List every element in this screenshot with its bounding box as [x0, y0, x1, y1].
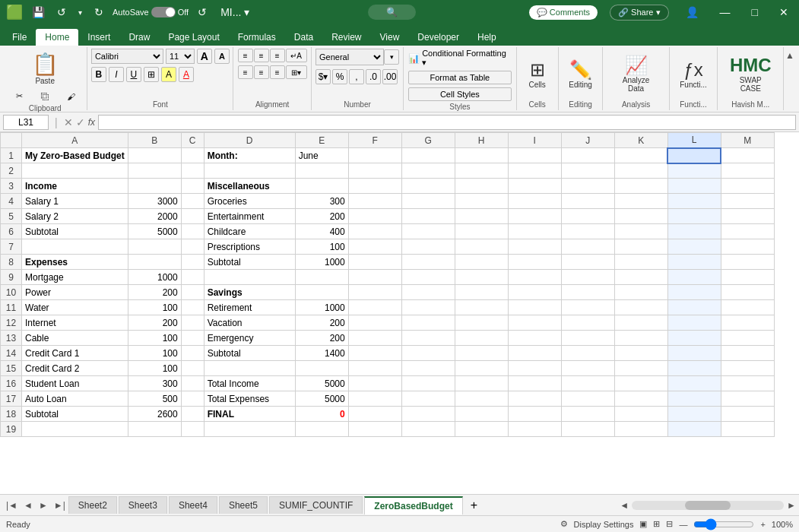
shrink-font-button[interactable]: A — [214, 49, 230, 64]
row-number[interactable]: 17 — [1, 391, 22, 407]
save-icon[interactable]: 💾 — [27, 5, 49, 20]
grid-cell[interactable]: Mortgage — [22, 270, 128, 285]
merge-btn[interactable]: ⊞▾ — [286, 65, 307, 79]
grid-cell[interactable] — [128, 255, 181, 270]
grid-cell[interactable] — [401, 346, 455, 361]
grid-cell[interactable] — [181, 224, 204, 239]
align-mid-left[interactable]: ≡ — [238, 65, 253, 79]
grid-cell[interactable] — [508, 391, 561, 407]
grid-cell[interactable] — [181, 300, 204, 315]
grid-cell[interactable] — [614, 255, 667, 270]
grid-cell[interactable] — [667, 179, 721, 194]
grid-cell[interactable] — [348, 331, 401, 346]
grid-cell[interactable] — [508, 239, 561, 255]
grid-cell[interactable]: FINAL — [204, 407, 295, 422]
grid-cell[interactable] — [455, 407, 508, 422]
align-mid-right[interactable]: ≡ — [270, 65, 285, 79]
grid-cell[interactable] — [204, 422, 295, 437]
grid-cell[interactable] — [508, 376, 561, 391]
sheet-tab-sumif[interactable]: SUMIF_COUNTIF — [269, 496, 363, 514]
col-header-d[interactable]: D — [204, 133, 295, 148]
percent-btn[interactable]: % — [332, 69, 347, 84]
grid-cell[interactable] — [22, 163, 128, 179]
grid-cell[interactable] — [128, 163, 181, 179]
grid-cell[interactable]: 5000 — [295, 391, 348, 407]
col-header-i[interactable]: I — [508, 133, 561, 148]
grid-cell[interactable] — [561, 315, 614, 331]
grid-cell[interactable] — [401, 255, 455, 270]
grid-cell[interactable] — [561, 224, 614, 239]
zoom-out-btn[interactable]: — — [679, 520, 687, 529]
grid-cell[interactable]: Subtotal — [22, 407, 128, 422]
undo-icon[interactable]: ↺ — [52, 5, 71, 20]
grid-cell[interactable] — [455, 315, 508, 331]
grid-cell[interactable]: 200 — [295, 331, 348, 346]
grid-cell[interactable] — [561, 239, 614, 255]
zoom-slider[interactable] — [693, 518, 754, 530]
grid-cell[interactable] — [667, 285, 721, 300]
grid-cell[interactable] — [181, 239, 204, 255]
number-format-select[interactable]: General — [315, 49, 384, 65]
row-number[interactable]: 2 — [1, 163, 22, 179]
grid-cell[interactable] — [721, 194, 774, 209]
fill-color-button[interactable]: A — [161, 67, 176, 82]
grid-cell[interactable] — [455, 285, 508, 300]
grid-cell[interactable] — [561, 209, 614, 224]
grid-cell[interactable] — [667, 194, 721, 209]
tab-formulas[interactable]: Formulas — [229, 29, 285, 46]
scroll-right-btn[interactable]: ► — [787, 500, 796, 511]
grid-cell[interactable] — [721, 407, 774, 422]
grid-cell[interactable] — [348, 376, 401, 391]
sheet-tab-sheet2[interactable]: Sheet2 — [68, 496, 117, 514]
font-name-select[interactable]: Calibri — [91, 49, 163, 64]
grid-cell[interactable]: Prescriptions — [204, 239, 295, 255]
grid-cell[interactable]: Total Income — [204, 376, 295, 391]
grid-cell[interactable] — [721, 224, 774, 239]
grid-cell[interactable] — [401, 407, 455, 422]
grid-cell[interactable] — [401, 285, 455, 300]
grid-cell[interactable]: 200 — [128, 285, 181, 300]
grid-cell[interactable]: 1000 — [295, 300, 348, 315]
grid-cell[interactable] — [348, 224, 401, 239]
grid-cell[interactable]: 2600 — [128, 407, 181, 422]
grid-cell[interactable]: 200 — [128, 315, 181, 331]
grid-cell[interactable] — [614, 163, 667, 179]
grid-cell[interactable]: Credit Card 1 — [22, 346, 128, 361]
refresh-icon[interactable]: ↺ — [193, 5, 211, 20]
grid-cell[interactable] — [508, 255, 561, 270]
tab-developer[interactable]: Developer — [408, 29, 468, 46]
grid-cell[interactable] — [348, 300, 401, 315]
grid-cell[interactable] — [455, 331, 508, 346]
grid-cell[interactable] — [561, 300, 614, 315]
grid-cell[interactable] — [561, 285, 614, 300]
grid-cell[interactable]: Groceries — [204, 194, 295, 209]
grid-cell[interactable] — [401, 391, 455, 407]
grid-cell[interactable] — [348, 239, 401, 255]
undo-arrow[interactable]: ▾ — [74, 7, 87, 18]
grid-cell[interactable]: Subtotal — [204, 255, 295, 270]
grid-cell[interactable]: 500 — [128, 391, 181, 407]
grid-cell[interactable]: 300 — [128, 376, 181, 391]
format-painter-button[interactable]: 🖌 — [59, 90, 83, 103]
grid-cell[interactable] — [614, 346, 667, 361]
grid-cell[interactable] — [667, 163, 721, 179]
grid-cell[interactable]: Subtotal — [204, 346, 295, 361]
grid-cell[interactable]: Retirement — [204, 300, 295, 315]
grid-cell[interactable] — [614, 407, 667, 422]
row-number[interactable]: 18 — [1, 407, 22, 422]
col-header-f[interactable]: F — [348, 133, 401, 148]
grid-cell[interactable]: Miscellaneous — [204, 179, 295, 194]
grid-cell[interactable]: 100 — [128, 346, 181, 361]
grid-cell[interactable] — [401, 300, 455, 315]
grid-cell[interactable] — [181, 285, 204, 300]
bold-button[interactable]: B — [91, 67, 106, 82]
grid-cell[interactable] — [508, 361, 561, 376]
grid-cell[interactable] — [181, 346, 204, 361]
grid-cell[interactable]: 3000 — [128, 194, 181, 209]
function-button[interactable]: ƒx Functi... — [674, 56, 713, 92]
grid-cell[interactable] — [455, 346, 508, 361]
search-box[interactable]: 🔍 — [368, 5, 416, 20]
accounting-btn[interactable]: $▾ — [315, 69, 331, 84]
grid-cell[interactable] — [455, 391, 508, 407]
row-number[interactable]: 3 — [1, 179, 22, 194]
